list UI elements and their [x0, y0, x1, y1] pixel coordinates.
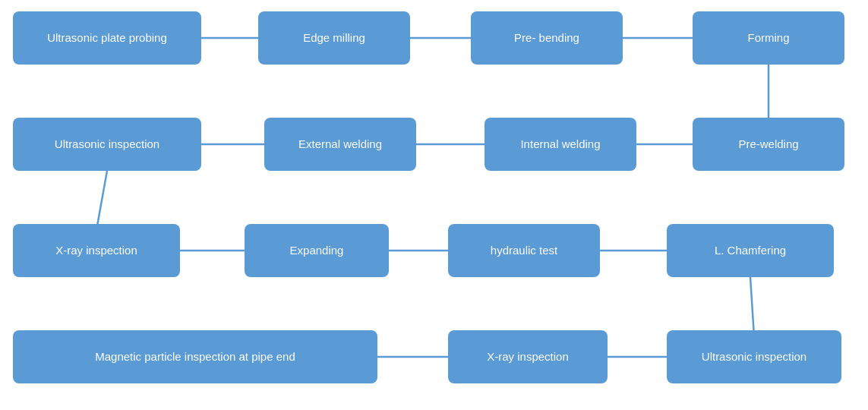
forming: Forming: [693, 11, 844, 65]
ultrasonic-inspection-2: Ultrasonic inspection: [667, 330, 841, 383]
pre-welding: Pre-welding: [693, 118, 844, 171]
ultrasonic-plate-probing: Ultrasonic plate probing: [13, 11, 201, 65]
edge-milling: Edge milling: [258, 11, 410, 65]
x-ray-inspection-2: X-ray inspection: [448, 330, 608, 383]
external-welding: External welding: [264, 118, 416, 171]
expanding: Expanding: [245, 224, 389, 277]
hydraulic-test: hydraulic test: [448, 224, 600, 277]
svg-line-22: [750, 277, 754, 336]
internal-welding: Internal welding: [485, 118, 636, 171]
ultrasonic-inspection-1: Ultrasonic inspection: [13, 118, 201, 171]
diagram: Ultrasonic plate probingEdge millingPre-…: [0, 0, 868, 410]
svg-line-14: [96, 171, 107, 230]
pre-bending: Pre- bending: [471, 11, 623, 65]
magnetic-particle: Magnetic particle inspection at pipe end: [13, 330, 377, 383]
l-chamfering: L. Chamfering: [667, 224, 834, 277]
x-ray-inspection-1: X-ray inspection: [13, 224, 180, 277]
